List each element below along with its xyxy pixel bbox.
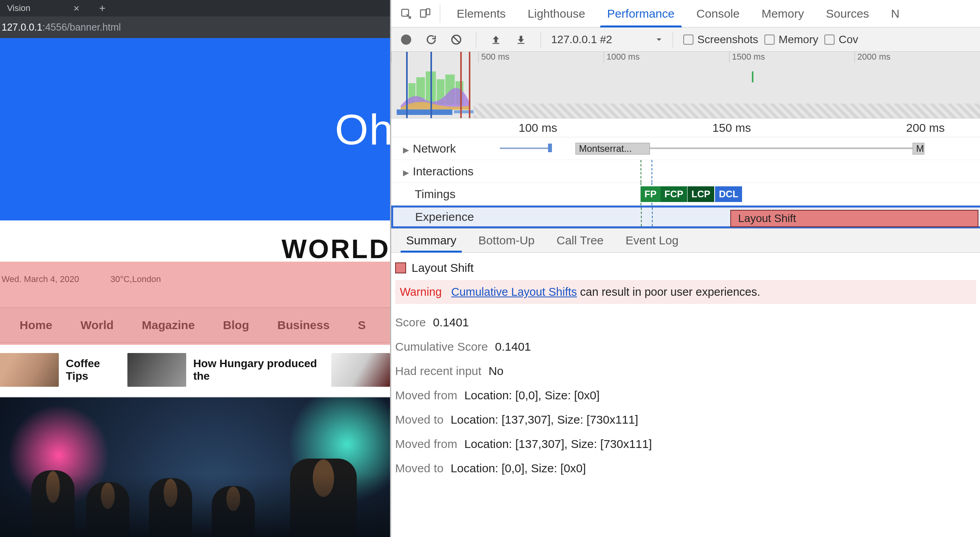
banner-text: Oh [335, 104, 390, 154]
overview-timeline[interactable]: 500 ms 1000 ms 1500 ms 2000 ms [391, 52, 980, 118]
network-span[interactable]: Montserrat... [575, 143, 650, 155]
nav-blog[interactable]: Blog [223, 319, 249, 332]
track-timings[interactable]: Timings FP FCP LCP DCL [391, 183, 980, 206]
nav-business[interactable]: Business [277, 319, 329, 332]
page-banner: Oh [0, 38, 390, 220]
hero-image [0, 397, 390, 537]
site-nav: Home World Magazine Blog Business S [0, 307, 390, 343]
cls-link[interactable]: Cumulative Layout Shifts [451, 286, 577, 298]
tab-sources[interactable]: Sources [815, 0, 880, 27]
session-select[interactable]: 127.0.0.1 #2 [551, 33, 662, 46]
url-path: :4556/banner.html [42, 22, 121, 33]
browser-tab[interactable]: Vision × [0, 0, 87, 16]
summary-sub-tabs: Summary Bottom-Up Call Tree Event Log [391, 228, 980, 253]
layout-shift-overlay-region: WORLD Wed. March 4, 2020 30°C,London Hom… [0, 262, 390, 343]
featured-thumb[interactable] [0, 353, 59, 387]
record-icon[interactable] [397, 30, 416, 49]
sub-tab-calltree[interactable]: Call Tree [546, 229, 615, 252]
close-tab-icon[interactable]: × [74, 2, 80, 15]
nav-world[interactable]: World [80, 319, 113, 332]
warning-rest: can result in poor user experiences. [577, 286, 760, 298]
url-host: 127.0.0.1 [2, 22, 42, 33]
devtools-tabs: Elements Lighthouse Performance Console … [391, 0, 980, 27]
timing-fp[interactable]: FP [641, 186, 661, 202]
reload-record-icon[interactable] [422, 30, 441, 49]
tab-strip: Vision × + [0, 0, 390, 16]
inspect-element-icon[interactable] [397, 4, 416, 23]
download-profile-icon[interactable] [512, 30, 530, 49]
tab-elements[interactable]: Elements [446, 0, 517, 27]
devtools-pane: Elements Lighthouse Performance Console … [390, 0, 980, 537]
tab-console[interactable]: Console [686, 0, 751, 27]
sub-tab-bottomup[interactable]: Bottom-Up [467, 229, 545, 252]
network-span-m[interactable]: M [913, 143, 924, 155]
browser-pane: Vision × + 127.0.0.1:4556/banner.html Oh… [0, 0, 390, 537]
tab-memory[interactable]: Memory [751, 0, 815, 27]
address-bar[interactable]: 127.0.0.1:4556/banner.html [0, 16, 390, 38]
nav-home[interactable]: Home [20, 319, 52, 332]
featured-thumb[interactable] [331, 353, 390, 387]
session-label: 127.0.0.1 #2 [551, 33, 612, 46]
warning-label: Warning [400, 286, 442, 298]
site-title: WORLD [281, 233, 390, 264]
timing-fcp[interactable]: FCP [661, 186, 687, 202]
tab-lighthouse[interactable]: Lighthouse [517, 0, 596, 27]
svg-rect-5 [517, 43, 524, 44]
svg-rect-1 [421, 10, 426, 17]
svg-rect-4 [492, 43, 499, 44]
sub-tab-eventlog[interactable]: Event Log [615, 229, 690, 252]
nav-more[interactable]: S [358, 319, 366, 332]
timing-lcp[interactable]: LCP [688, 186, 714, 202]
featured-title[interactable]: Coffee Tips [66, 357, 120, 382]
featured-thumb[interactable] [127, 353, 186, 387]
sub-tab-summary[interactable]: Summary [395, 229, 467, 252]
tab-more[interactable]: N [880, 0, 911, 27]
memory-checkbox[interactable]: Memory [764, 33, 818, 46]
track-experience[interactable]: Experience Layout Shift [391, 206, 980, 228]
timing-dcl[interactable]: DCL [715, 186, 742, 202]
summary-title: Layout Shift [412, 261, 474, 275]
new-tab-icon[interactable]: + [99, 2, 105, 15]
clear-icon[interactable] [447, 30, 466, 49]
tab-performance[interactable]: Performance [596, 0, 686, 27]
featured-row: Coffee Tips How Hungary produced the [0, 343, 390, 397]
tab-title: Vision [7, 3, 31, 13]
nav-magazine[interactable]: Magazine [142, 319, 195, 332]
screenshots-checkbox[interactable]: Screenshots [683, 33, 759, 46]
perf-toolbar: 127.0.0.1 #2 Screenshots Memory Cov [391, 27, 980, 52]
svg-rect-2 [426, 9, 430, 15]
layout-shift-bar[interactable]: Layout Shift [730, 210, 978, 227]
flame-ruler: 100 ms 150 ms 200 ms [391, 118, 980, 137]
upload-profile-icon[interactable] [486, 30, 505, 49]
cls-warning: Warning Cumulative Layout Shifts can res… [395, 280, 976, 304]
device-toggle-icon[interactable] [416, 4, 434, 23]
track-network[interactable]: Network Montserrat... M [391, 137, 980, 160]
summary-panel: Layout Shift Warning Cumulative Layout S… [391, 253, 980, 481]
featured-title[interactable]: How Hungary produced the [193, 357, 324, 382]
layout-shift-swatch-icon [395, 262, 406, 273]
track-interactions[interactable]: Interactions [391, 160, 980, 183]
chevron-down-icon [655, 36, 662, 43]
coverage-checkbox[interactable]: Cov [824, 33, 858, 46]
